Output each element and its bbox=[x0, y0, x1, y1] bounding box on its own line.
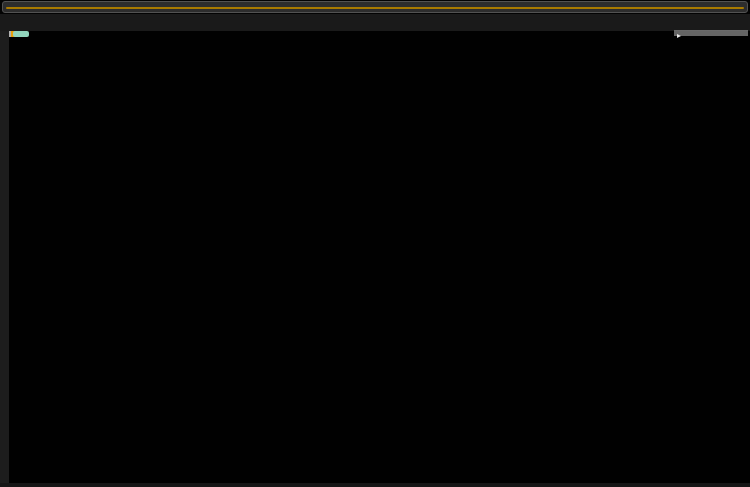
overview-scrollbar[interactable] bbox=[2, 1, 748, 13]
overview-trace-line bbox=[6, 7, 744, 9]
current-trace-plot bbox=[0, 31, 750, 487]
selection-stats-panel bbox=[674, 30, 748, 36]
stats-expand-icon[interactable] bbox=[677, 34, 681, 38]
series-legend-chip[interactable] bbox=[13, 31, 29, 37]
bottom-edge bbox=[0, 483, 750, 487]
chart-canvas[interactable] bbox=[0, 31, 750, 487]
measurement-app-window bbox=[0, 0, 750, 487]
stats-marker[interactable] bbox=[677, 34, 687, 38]
series-color-dot bbox=[683, 34, 687, 38]
y-axis bbox=[0, 31, 9, 487]
time-axis[interactable] bbox=[0, 14, 750, 31]
